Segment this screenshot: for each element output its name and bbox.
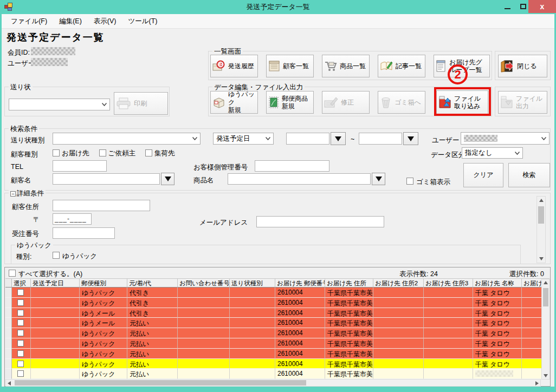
table-cell: 千葉 タロウ (473, 318, 522, 328)
grid-column-header[interactable]: 発送予定日 (31, 279, 80, 288)
grid-vertical-scrollbar[interactable] (541, 279, 550, 380)
details-scrollbar[interactable] (536, 196, 546, 263)
row-select-checkbox[interactable] (17, 370, 24, 377)
postal-product-new-button[interactable]: 郵便商品 新規 (266, 91, 314, 114)
product-list-button[interactable]: 商品一覧 (322, 55, 370, 77)
grid-column-header[interactable]: お届け先 住所 (325, 279, 373, 288)
scroll-up-icon[interactable] (542, 281, 549, 284)
to-trash-button[interactable]: ゴミ箱へ (378, 91, 425, 114)
data-kind-combo[interactable]: 指定なし (462, 147, 523, 159)
invoice-type-combo[interactable] (53, 133, 201, 145)
search-button[interactable]: 検索 (508, 163, 550, 187)
scroll-right-icon[interactable] (535, 381, 539, 386)
minimize-button[interactable] (500, 0, 515, 13)
table-row[interactable]: ゆうパック元払い2610004千葉県千葉市美千葉 タロウ (5, 338, 542, 349)
grid-column-header[interactable]: お問い合わせ番号 (178, 279, 230, 288)
scroll-up-icon[interactable] (537, 199, 545, 202)
grid-column-header[interactable]: 送り状種別 (230, 279, 275, 288)
row-select-checkbox[interactable] (17, 340, 24, 347)
table-row[interactable]: ゆうパック元払い2610004千葉県千葉市美千葉 タロウ (5, 349, 542, 359)
row-select-checkbox[interactable] (17, 299, 24, 306)
customer-address-label: 顧客住所 (12, 202, 39, 212)
scroll-down-icon[interactable] (537, 257, 545, 260)
grid-column-header[interactable]: お届け先 名称 (473, 279, 522, 288)
row-select-checkbox[interactable] (17, 289, 24, 296)
table-row[interactable]: ゆうメール代引き2610004千葉県千葉市美千葉 タロウ (5, 308, 542, 318)
article-list-button[interactable]: 記事一覧 (378, 55, 425, 77)
tel-input[interactable] (53, 160, 107, 172)
customer-type-option-0[interactable]: お届け先 (53, 149, 89, 158)
table-cell: 千葉県千葉市美 (325, 359, 373, 369)
date-to-dropdown-button[interactable] (403, 132, 418, 145)
menu-item-1[interactable]: 編集(E) (54, 15, 87, 28)
customer-name-dropdown-button[interactable] (161, 173, 174, 185)
grid-column-header[interactable]: 元/着/代 (127, 279, 178, 288)
yupack-checkbox[interactable] (53, 252, 60, 259)
grid-column-header[interactable]: 選択 (12, 279, 31, 288)
customer-type-checkbox[interactable] (145, 149, 152, 156)
date-from-input[interactable] (286, 133, 329, 145)
date-to-input[interactable] (359, 133, 402, 145)
customer-name-input[interactable] (53, 173, 160, 185)
row-select-checkbox[interactable] (17, 330, 24, 336)
trash-view-checkbox[interactable] (406, 178, 413, 185)
scroll-left-icon[interactable] (8, 381, 11, 386)
invoice-select-combo[interactable] (9, 99, 110, 110)
postal-input[interactable]: ___-____ (53, 213, 92, 225)
shipping-history-button[interactable]: 済 発送履歴 (210, 55, 258, 77)
menu-item-0[interactable]: ファイル(F) (6, 15, 52, 28)
customer-list-label: 顧客一覧 (283, 62, 309, 70)
date-field-selector-combo[interactable]: 発送予定日 (213, 133, 274, 145)
file-output-button[interactable]: ファイル 出力 (498, 91, 547, 114)
collapse-toggle-icon[interactable]: − (10, 191, 16, 197)
customer-type-checkbox[interactable] (99, 149, 106, 156)
member-id-value-redacted (31, 47, 75, 55)
clear-button[interactable]: クリア (463, 163, 503, 187)
grid-vscrollbar-thumb[interactable] (543, 288, 548, 306)
table-row[interactable]: ゆうパック代引き2610004千葉県千葉市美千葉 タロウ (5, 288, 542, 298)
order-no-input[interactable] (53, 227, 115, 239)
table-cell: ゆうパック (80, 338, 127, 349)
menu-item-3[interactable]: ツール(T) (123, 15, 162, 28)
row-select-checkbox[interactable] (17, 361, 24, 367)
row-select-checkbox[interactable] (17, 350, 24, 357)
user-filter-combo[interactable] (461, 132, 549, 145)
table-cell (424, 298, 473, 308)
grid-column-header[interactable]: お届け先 住所2 (373, 279, 424, 288)
customer-address-input[interactable] (53, 200, 150, 211)
table-row[interactable]: ゆうパック元払い2610004千葉県千葉市美千葉 タロウ (5, 328, 542, 338)
scroll-down-icon[interactable] (542, 374, 549, 377)
customer-mgmt-no-input[interactable] (255, 160, 329, 172)
grid-column-header[interactable]: お届け先 郵便番号 (275, 279, 325, 288)
customer-list-button[interactable]: 顧客一覧 (266, 55, 314, 77)
customer-type-option-1[interactable]: ご依頼主 (99, 149, 135, 158)
details-scrollbar-thumb[interactable] (538, 206, 544, 224)
product-name-dropdown-button[interactable] (372, 173, 385, 185)
table-row[interactable]: ゆうメール元払い2610004千葉県千葉市美千葉 タロウ (5, 318, 542, 328)
table-row[interactable]: ゆうパック元払い2610004千葉県千葉市美 (5, 369, 542, 379)
close-window-button[interactable]: x (528, 0, 556, 13)
table-cell (12, 288, 31, 298)
date-from-dropdown-button[interactable] (331, 132, 346, 145)
table-row[interactable]: ゆうパック元払い2610004千葉県千葉市美千葉 タロウ (5, 359, 542, 369)
grid-column-header[interactable]: 郵便種別 (80, 279, 127, 288)
product-name-input[interactable] (228, 173, 371, 185)
row-select-checkbox[interactable] (17, 310, 24, 316)
table-row[interactable]: ゆうパック代引き2610004千葉県千葉市美千葉 タロウ (5, 298, 542, 308)
table-cell (12, 349, 31, 359)
grid-column-header[interactable]: お届け先 (522, 279, 542, 288)
row-select-checkbox[interactable] (17, 319, 24, 326)
select-all-checkbox[interactable] (9, 270, 16, 277)
customer-name-label: 顧客名 (11, 176, 31, 185)
close-screen-button[interactable]: 閉じる (498, 55, 547, 77)
grid-column-header[interactable]: お届け先 住所3 (424, 279, 473, 288)
customer-type-checkbox[interactable] (53, 149, 60, 156)
grid-horizontal-scrollbar[interactable] (5, 379, 541, 387)
print-button[interactable]: 印刷 (114, 92, 168, 115)
yupack-new-button[interactable]: ゆうパック 新規 (210, 91, 258, 114)
menu-item-2[interactable]: 表示(V) (89, 15, 121, 28)
edit-button[interactable]: 修正 (322, 91, 370, 114)
grid-hscrollbar-thumb[interactable] (15, 380, 306, 386)
customer-type-option-2[interactable]: 集荷先 (145, 149, 175, 158)
mail-address-input[interactable] (256, 216, 384, 227)
